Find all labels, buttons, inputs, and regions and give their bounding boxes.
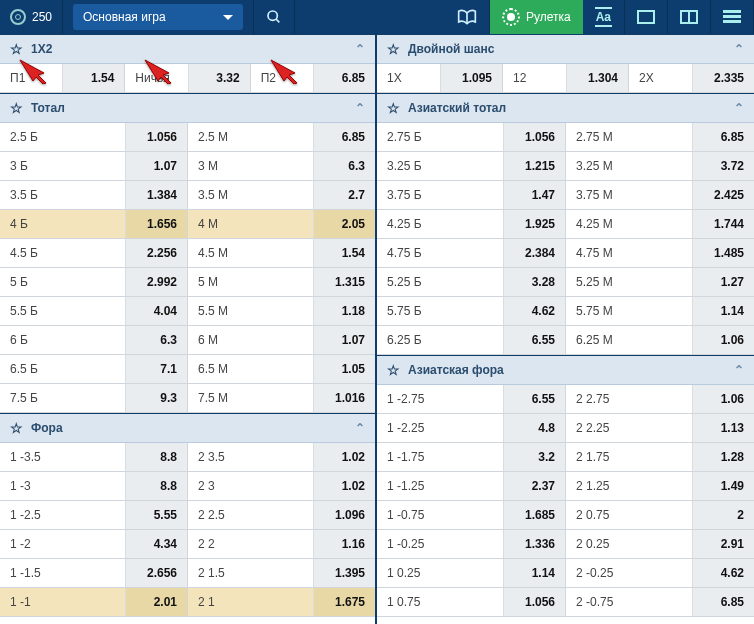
- selection[interactable]: 1 -24.34: [0, 530, 188, 559]
- selection-label: 2 0.75: [566, 508, 619, 522]
- collapse-icon[interactable]: ⌃: [734, 101, 744, 115]
- selection[interactable]: 5 Б2.992: [0, 268, 188, 297]
- font-size-button[interactable]: Aа: [583, 0, 625, 34]
- selection[interactable]: 3.25 М3.72: [566, 152, 754, 181]
- selection[interactable]: 2 0.752: [566, 501, 754, 530]
- selection[interactable]: 5.5 Б4.04: [0, 297, 188, 326]
- market-header[interactable]: ☆Двойной шанс⌃: [377, 34, 754, 64]
- selection[interactable]: 2.75 М6.85: [566, 123, 754, 152]
- selection[interactable]: 1 0.751.056: [377, 588, 566, 617]
- selection[interactable]: 6 М1.07: [188, 326, 375, 355]
- selection[interactable]: 4.25 Б1.925: [377, 210, 566, 239]
- selection[interactable]: 2 -0.254.62: [566, 559, 754, 588]
- selection[interactable]: 2 21.16: [188, 530, 375, 559]
- selection[interactable]: 1 -1.252.37: [377, 472, 566, 501]
- selection[interactable]: 5.25 Б3.28: [377, 268, 566, 297]
- selection[interactable]: 5.75 М1.14: [566, 297, 754, 326]
- collapse-icon[interactable]: ⌃: [734, 363, 744, 377]
- selection[interactable]: 4.75 Б2.384: [377, 239, 566, 268]
- selection[interactable]: 2.75 Б1.056: [377, 123, 566, 152]
- selection[interactable]: 2 1.251.49: [566, 472, 754, 501]
- search-button[interactable]: [254, 0, 295, 34]
- selection[interactable]: 1 -2.55.55: [0, 501, 188, 530]
- selection[interactable]: 6 Б6.3: [0, 326, 188, 355]
- selection[interactable]: 4.25 М1.744: [566, 210, 754, 239]
- layout-single-button[interactable]: [625, 0, 668, 34]
- selection[interactable]: 5 М1.315: [188, 268, 375, 297]
- selection[interactable]: 3.5 М2.7: [188, 181, 375, 210]
- selection[interactable]: П26.85: [251, 64, 375, 93]
- roulette-button[interactable]: Рулетка: [490, 0, 583, 34]
- selection[interactable]: 1 0.251.14: [377, 559, 566, 588]
- collapse-icon[interactable]: ⌃: [355, 421, 365, 435]
- selection[interactable]: Ничья3.32: [125, 64, 250, 93]
- selection[interactable]: 7.5 Б9.3: [0, 384, 188, 413]
- selection[interactable]: 121.304: [503, 64, 629, 93]
- markets-column-left: ☆1X2⌃П11.54Ничья3.32П26.85☆Тотал⌃2.5 Б1.…: [0, 34, 377, 624]
- selection[interactable]: 1X1.095: [377, 64, 503, 93]
- selection[interactable]: 1 -2.254.8: [377, 414, 566, 443]
- selection[interactable]: 1 -1.52.656: [0, 559, 188, 588]
- selection[interactable]: 2 3.51.02: [188, 443, 375, 472]
- collapse-icon[interactable]: ⌃: [355, 101, 365, 115]
- selection[interactable]: 7.5 М1.016: [188, 384, 375, 413]
- market-header[interactable]: ☆Азиатский тотал⌃: [377, 93, 754, 123]
- selection[interactable]: 2 31.02: [188, 472, 375, 501]
- selection[interactable]: 6.25 М1.06: [566, 326, 754, 355]
- selection[interactable]: 2 2.51.096: [188, 501, 375, 530]
- star-icon[interactable]: ☆: [387, 362, 400, 378]
- balance-widget[interactable]: 250: [0, 0, 63, 34]
- selection[interactable]: 2 2.251.13: [566, 414, 754, 443]
- rules-button[interactable]: [445, 0, 490, 34]
- game-select[interactable]: Основная игра: [63, 0, 254, 34]
- selection[interactable]: 2 1.51.395: [188, 559, 375, 588]
- selection[interactable]: 6.5 М1.05: [188, 355, 375, 384]
- markets-content: ☆1X2⌃П11.54Ничья3.32П26.85☆Тотал⌃2.5 Б1.…: [0, 34, 754, 624]
- selection[interactable]: П11.54: [0, 64, 125, 93]
- selection[interactable]: 2.5 Б1.056: [0, 123, 188, 152]
- selection[interactable]: 5.25 М1.27: [566, 268, 754, 297]
- selection[interactable]: 1 -2.756.55: [377, 385, 566, 414]
- market-header[interactable]: ☆Фора⌃: [0, 413, 375, 443]
- star-icon[interactable]: ☆: [387, 100, 400, 116]
- layout-split-button[interactable]: [668, 0, 711, 34]
- selection[interactable]: 4 М2.05: [188, 210, 375, 239]
- star-icon[interactable]: ☆: [10, 420, 23, 436]
- selection[interactable]: 2 0.252.91: [566, 530, 754, 559]
- selection[interactable]: 3.25 Б1.215: [377, 152, 566, 181]
- selection[interactable]: 4.5 М1.54: [188, 239, 375, 268]
- selection[interactable]: 3.75 Б1.47: [377, 181, 566, 210]
- selection[interactable]: 1 -0.251.336: [377, 530, 566, 559]
- selection[interactable]: 1 -1.753.2: [377, 443, 566, 472]
- selection[interactable]: 3.75 М2.425: [566, 181, 754, 210]
- selection[interactable]: 2 11.675: [188, 588, 375, 617]
- selection[interactable]: 2 2.751.06: [566, 385, 754, 414]
- selection[interactable]: 1 -38.8: [0, 472, 188, 501]
- selection[interactable]: 2.5 М6.85: [188, 123, 375, 152]
- star-icon[interactable]: ☆: [10, 41, 23, 57]
- selection[interactable]: 6.5 Б7.1: [0, 355, 188, 384]
- selection[interactable]: 3 Б1.07: [0, 152, 188, 181]
- star-icon[interactable]: ☆: [10, 100, 23, 116]
- layout-stack-button[interactable]: [711, 0, 754, 34]
- selection[interactable]: 4.75 М1.485: [566, 239, 754, 268]
- selection[interactable]: 2X2.335: [629, 64, 754, 93]
- selection[interactable]: 4 Б1.656: [0, 210, 188, 239]
- selection[interactable]: 3 М6.3: [188, 152, 375, 181]
- star-icon[interactable]: ☆: [387, 41, 400, 57]
- selection[interactable]: 3.5 Б1.384: [0, 181, 188, 210]
- selection[interactable]: 1 -3.58.8: [0, 443, 188, 472]
- selection[interactable]: 1 -0.751.685: [377, 501, 566, 530]
- selection[interactable]: 5.5 М1.18: [188, 297, 375, 326]
- market-header[interactable]: ☆1X2⌃: [0, 34, 375, 64]
- collapse-icon[interactable]: ⌃: [734, 42, 744, 56]
- selection[interactable]: 6.25 Б6.55: [377, 326, 566, 355]
- market-header[interactable]: ☆Азиатская фора⌃: [377, 355, 754, 385]
- selection[interactable]: 2 -0.756.85: [566, 588, 754, 617]
- selection[interactable]: 1 -12.01: [0, 588, 188, 617]
- selection[interactable]: 5.75 Б4.62: [377, 297, 566, 326]
- market-header[interactable]: ☆Тотал⌃: [0, 93, 375, 123]
- collapse-icon[interactable]: ⌃: [355, 42, 365, 56]
- selection[interactable]: 2 1.751.28: [566, 443, 754, 472]
- selection[interactable]: 4.5 Б2.256: [0, 239, 188, 268]
